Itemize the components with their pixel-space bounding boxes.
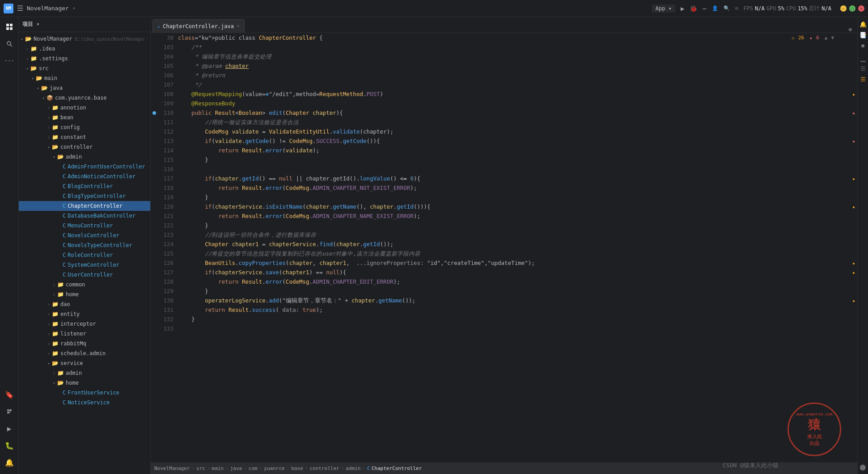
bp-row[interactable]	[151, 239, 158, 249]
maximize-button[interactable]: □	[849, 5, 855, 12]
tree-item-frontuserservice[interactable]: CFrontUserService	[19, 388, 150, 398]
tree-item-home[interactable]: ▾📂home	[19, 378, 150, 388]
bp-row[interactable]	[151, 277, 158, 286]
code-line[interactable]: }	[178, 221, 850, 230]
bp-row[interactable]	[151, 136, 158, 146]
tab-chaptercontroller[interactable]: ☕ ChapterController.java ×	[152, 19, 245, 33]
tree-item-service[interactable]: ▾📂service	[19, 358, 150, 368]
tree-item-bean[interactable]: ›📁bean	[19, 113, 150, 122]
tree-item-novelscontroller[interactable]: CNovelsController	[19, 231, 150, 240]
sidebar-debug2-icon[interactable]: 🐛	[1, 437, 17, 453]
tree-item-dao[interactable]: ›📁dao	[19, 299, 150, 309]
tree-item-admin[interactable]: ▾📂admin	[19, 152, 150, 162]
hamburger-icon[interactable]: ☰	[17, 4, 23, 13]
code-line[interactable]: //用统一验证实体方法验证是否合法	[178, 117, 850, 127]
sidebar-project-icon[interactable]	[1, 19, 17, 35]
bp-row[interactable]	[151, 324, 158, 333]
tree-item-rolecontroller[interactable]: CRoleController	[19, 250, 150, 260]
bp-row[interactable]	[151, 268, 158, 277]
breadcrumb-item[interactable]: controller	[309, 466, 339, 471]
tree-item-common[interactable]: ›📁common	[19, 280, 150, 289]
bp-row[interactable]	[151, 202, 158, 211]
tree-item-blogcontroller[interactable]: CBlogController	[19, 181, 150, 191]
re-bottom-icon[interactable]: ⬤	[859, 462, 868, 471]
editor-expand-icon[interactable]: ▼	[831, 35, 834, 41]
code-line[interactable]: CodeMsg validate = ValidateEntityUtil.va…	[178, 127, 850, 136]
tree-item-com.yuanrce.base[interactable]: ▾📦com.yuanrce.base	[19, 93, 150, 103]
breadcrumb-item[interactable]: com	[249, 466, 258, 471]
tree-item-menucontroller[interactable]: CMenuController	[19, 221, 150, 231]
breadcrumb-item[interactable]: java	[230, 466, 242, 471]
tree-item-.settings[interactable]: ›📁.settings	[19, 54, 150, 63]
tree-item-systemcontroller[interactable]: CSystemController	[19, 260, 150, 270]
bp-row[interactable]	[151, 61, 158, 71]
settings-icon[interactable]: ⚙	[735, 5, 738, 11]
sidebar-git-icon[interactable]	[1, 403, 17, 419]
code-line[interactable]: if(validate.getCode() != CodeMsg.SUCCESS…	[178, 136, 850, 146]
bp-row[interactable]	[151, 89, 158, 99]
code-line[interactable]: class="kw">public class ChapterControlle…	[178, 33, 850, 42]
more-icon[interactable]: ⋯	[703, 5, 706, 12]
code-line[interactable]: @ResponseBody	[178, 99, 850, 108]
bp-row[interactable]	[151, 249, 158, 258]
code-line[interactable]: return Result.error(CodeMsg.ADMIN_CHAPTE…	[178, 183, 850, 193]
re-align2-icon[interactable]: ☰	[859, 75, 868, 84]
breadcrumb-item[interactable]: admin	[346, 466, 360, 471]
code-content[interactable]: class="kw">public class ChapterControlle…	[178, 33, 850, 462]
bp-row[interactable]	[151, 52, 158, 61]
code-line[interactable]: */	[178, 80, 850, 89]
bp-row[interactable]	[151, 221, 158, 230]
tree-item-chaptercontroller[interactable]: CChapterController	[19, 201, 150, 211]
tree-item-admin[interactable]: ›📁admin	[19, 368, 150, 378]
bp-row[interactable]	[151, 146, 158, 155]
code-line[interactable]: if(chapterService.isExistName(chapter.ge…	[178, 202, 850, 211]
bp-row[interactable]	[151, 108, 158, 117]
bp-row[interactable]	[151, 286, 158, 296]
code-line[interactable]: * @return	[178, 71, 850, 80]
tree-item-.idea[interactable]: ›📁.idea	[19, 44, 150, 54]
code-line[interactable]: return Result.error(CodeMsg.ADMIN_CHAPTE…	[178, 211, 850, 221]
tree-item-schedule.admin[interactable]: ›📁schedule.admin	[19, 348, 150, 358]
editor-collapse-icon[interactable]: ▲	[825, 35, 828, 41]
bp-row[interactable]	[151, 296, 158, 305]
sidebar-search-icon[interactable]	[1, 36, 17, 52]
sidebar-run-icon[interactable]: ▶	[1, 420, 17, 436]
tree-item-java[interactable]: ▾📂java	[19, 83, 150, 93]
bp-row[interactable]	[151, 33, 158, 42]
code-line[interactable]: //将提交的章节信息指定字段复制到已存在的user对象中,该方法会覆盖新字段内容	[178, 249, 850, 258]
code-line[interactable]: Chapter chapter1 = chapterService.find(c…	[178, 239, 850, 249]
run-icon[interactable]: ▶	[681, 5, 684, 12]
debug-icon[interactable]: 🐞	[690, 5, 697, 12]
bp-row[interactable]	[151, 164, 158, 174]
code-line[interactable]: * 编辑章节信息表单提交处理	[178, 52, 850, 61]
tree-item-controller[interactable]: ▾📂controller	[19, 142, 150, 152]
bp-row[interactable]	[151, 230, 158, 239]
search-icon[interactable]: 🔍	[724, 5, 730, 11]
tree-item-interceptor[interactable]: ›📁interceptor	[19, 319, 150, 329]
code-line[interactable]: }	[178, 315, 850, 324]
tree-item-blogtypecontroller[interactable]: CBlogTypeController	[19, 191, 150, 201]
tree-item-entity[interactable]: ›📁entity	[19, 309, 150, 319]
code-line[interactable]	[178, 164, 850, 174]
code-line[interactable]: }	[178, 155, 850, 164]
bp-row[interactable]	[151, 127, 158, 136]
code-line[interactable]: * @param chapter	[178, 61, 850, 71]
bp-row[interactable]	[151, 315, 158, 324]
bp-row[interactable]	[151, 99, 158, 108]
editor-options-icon[interactable]: ⚙	[849, 26, 852, 33]
code-line[interactable]: @RequestMapping(value=⊕"/edit",method=Re…	[178, 89, 850, 99]
breadcrumb-item[interactable]: yuanrce	[264, 466, 284, 471]
tree-item-src[interactable]: ▾📂src	[19, 63, 150, 73]
breadcrumb-item[interactable]: src	[196, 466, 205, 471]
breadcrumb-item[interactable]: main	[212, 466, 224, 471]
code-line[interactable]: if(chapterService.save(chapter1) == null…	[178, 268, 850, 277]
re-editor2-icon[interactable]: m	[859, 41, 868, 50]
tree-item-listener[interactable]: ›📁listener	[19, 329, 150, 339]
sidebar-notifications-icon[interactable]: 🔔	[1, 454, 17, 470]
bp-row[interactable]	[151, 174, 158, 183]
tree-item-databasebakcontroller[interactable]: CDatabaseBakController	[19, 211, 150, 221]
tree-item-constant[interactable]: ›📁constant	[19, 132, 150, 142]
tree-item-adminfrontusercontroller[interactable]: CAdminFrontUserController	[19, 162, 150, 172]
bp-row[interactable]	[151, 71, 158, 80]
code-line[interactable]: return Result.success( data: true);	[178, 305, 850, 315]
